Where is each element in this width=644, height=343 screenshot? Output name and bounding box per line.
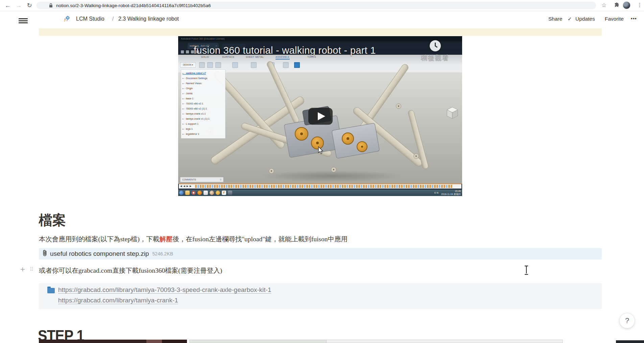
folder-icon [47,288,55,293]
play-button[interactable] [308,108,333,125]
next-image-top-edge [39,340,187,343]
check-icon: ✓ [568,16,572,22]
favorite-button[interactable]: Favorite [605,16,624,22]
drag-handle-icon[interactable]: ⠿ [30,266,33,272]
tray-date: 2018-11-04 星期日 [441,193,461,195]
fusion-browser-panel: walking robot v7 Document Settings Named… [181,69,225,139]
extensions-puzzle-icon[interactable] [614,2,620,9]
photos-icon [228,191,232,195]
comments-panel: COMMENTS0 [180,177,223,182]
file-size: 5246.2KB [152,251,173,256]
breadcrumb-page[interactable]: 2.3 Walking linkage robot [118,16,179,22]
text-cursor [525,266,528,273]
add-block-button[interactable]: + [20,265,25,274]
reload-icon[interactable]: ↻ [25,1,34,10]
toolbar-divider [0,11,644,11]
updates-button[interactable]: Updates [575,16,595,22]
links-callout-block: https://grabcad.com/library/tamiya-70093… [39,283,602,309]
system-tray: EN 15:45 2018-11-04 星期日 [434,190,461,196]
lock-icon [49,3,53,9]
avatar[interactable] [623,1,630,9]
notion-header: LCM Studio / 2.3 Walking linkage robot S… [0,11,644,27]
file-attachment-block[interactable]: useful robotics component step.zip 5246.… [39,248,602,260]
viewcube-icon [445,105,460,122]
grabcad-link-gearbox[interactable]: https://grabcad.com/library/tamiya-70093… [58,286,271,294]
video-title-overlay[interactable]: fusion 360 tutorial - walking robot - pa… [194,45,376,56]
paint-icon [210,191,214,195]
watch-later-button[interactable]: 稍後觀看 [421,40,449,62]
tray-time: 15:45 [455,190,461,192]
walking-robot-model [198,86,435,180]
breadcrumb-separator: / [112,16,114,22]
chrome-icon [191,191,196,195]
help-button[interactable]: ? [619,313,635,328]
tree-item: 70093 v66 v2:1 [183,101,225,106]
tree-item: Joints [183,91,225,96]
youtube-video-embed[interactable]: Autodesk Fusion 360 (Education License) … [178,36,462,196]
browser-menu-icon[interactable]: ⋮ [637,2,642,8]
more-options-button[interactable]: ••• [631,16,637,21]
calculator-icon [204,191,208,195]
play-icon [318,112,325,120]
windows-taskbar: F EN 15:45 2018-11-04 星期日 [178,190,462,196]
back-icon[interactable]: ← [3,1,12,10]
tree-item: Origin [183,86,225,91]
fusion-timeline: ◀ ◀ ▶ ▶ [179,183,461,189]
timeline-ticks [195,185,453,188]
paragraph-file-instructions[interactable]: 本次會應用到的檔案(以下為step檔)，下載解壓後，在fusion左邊欄尋找"u… [39,235,348,244]
taskbar-icons: F [179,191,232,195]
url-text[interactable]: notion.so/2-3-Walking-linkage-robot-d21d… [56,3,211,8]
app-icon [216,191,220,195]
paragraph-grabcad[interactable]: 或者你可以在grabcad.com直接下載fusion360檔案(需要注冊登入) [39,266,222,275]
tree-item: walking robot v7 [183,71,225,76]
share-button[interactable]: Share [548,16,562,22]
breadcrumb-workspace[interactable]: LCM Studio [76,16,104,22]
bookmark-star-icon[interactable]: ☆ [601,2,606,9]
tree-item: tamiya crank v1 (1):1 [183,116,225,121]
start-icon [179,191,184,195]
forward-icon[interactable]: → [14,1,23,10]
paperclip-icon [42,249,47,258]
mouse-cursor [318,146,324,156]
embedded-table-top-edge [189,340,563,343]
tree-item: legsMirror 1 [183,131,225,137]
tree-item: Named Views [183,81,225,86]
firefox-icon [197,191,202,195]
section-heading-files[interactable]: 檔案 [39,211,66,229]
tree-item: L support 1 [183,121,225,126]
grabcad-link-crank[interactable]: https://grabcad.com/library/tamiya-crank… [58,297,178,304]
tray-language: EN [434,192,439,194]
file-name: useful robotics component step.zip [50,250,149,258]
tree-item: 70093 v66 v2 (1):1 [183,106,225,111]
tree-item: base 1 [183,96,225,101]
tree-item: tamiya crank v1:1 [183,111,225,116]
folder-icon [185,191,190,195]
tray-clock: 15:45 2018-11-04 星期日 [441,190,461,196]
tree-item: legs 1 [183,126,225,131]
sidebar-menu-icon[interactable] [19,18,28,23]
workspace-rocket-icon [63,15,71,24]
highlighted-text-unzip: 解壓 [159,236,172,243]
browser-toolbar: ← → ↻ notion.so/2-3-Walking-linkage-robo… [0,0,644,11]
callout-block-bottom [39,28,602,36]
tree-item: Document Settings [183,76,225,81]
fusion360-taskbar-icon: F [222,191,226,195]
next-block-corner [616,340,644,343]
timeline-controls: ◀ ◀ ▶ ▶ [180,185,192,188]
clock-icon [430,40,441,51]
